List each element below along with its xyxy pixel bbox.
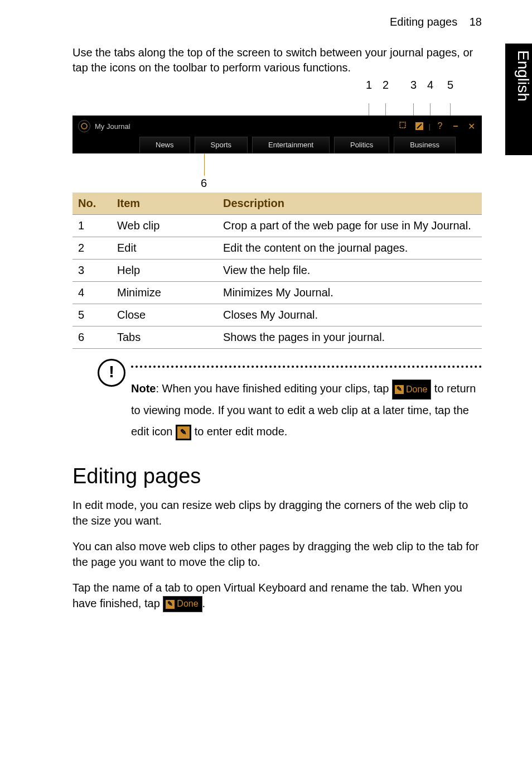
paragraph-2: You can also move web clips to other pag…: [72, 539, 482, 570]
cell-desc: Minimizes My Journal.: [217, 282, 482, 304]
paragraph-3: Tap the name of a tab to open Virtual Ke…: [72, 580, 482, 612]
page-header: Editing pages 18: [72, 16, 482, 28]
svg-rect-1: [400, 122, 405, 128]
callout-bottom-group: 6: [72, 153, 482, 187]
callout-4: 4: [427, 79, 433, 92]
note-block: ! Note: When you have finished editing y…: [100, 366, 482, 442]
tab-business[interactable]: Business: [394, 137, 456, 153]
cell-item: Edit: [112, 237, 217, 260]
cell-item: Help: [112, 260, 217, 282]
callout-ticks: [72, 103, 482, 116]
tab-sports[interactable]: Sports: [195, 137, 248, 153]
edit-icon[interactable]: [413, 120, 425, 132]
webclip-icon[interactable]: [398, 120, 410, 132]
callout-3: 3: [410, 79, 417, 92]
cell-item: Tabs: [112, 326, 217, 349]
cell-desc: Crop a part of the web page for use in M…: [217, 215, 482, 237]
callout-6: 6: [201, 177, 207, 190]
table-row: 5 Close Closes My Journal.: [72, 304, 482, 326]
page-number: 18: [470, 16, 482, 28]
note-part1: : When you have finished editing your cl…: [156, 382, 392, 395]
tab-politics[interactable]: Politics: [334, 137, 389, 153]
th-item: Item: [112, 193, 217, 215]
cell-no: 4: [72, 282, 112, 304]
header-title: Editing pages: [390, 16, 457, 28]
th-desc: Description: [217, 193, 482, 215]
table-row: 4 Minimize Minimizes My Journal.: [72, 282, 482, 304]
cell-desc: Shows the pages in your journal.: [217, 326, 482, 349]
minimize-icon[interactable]: –: [449, 120, 462, 132]
svg-point-0: [81, 123, 87, 129]
pencil-icon: ✎: [166, 600, 175, 609]
cell-item: Close: [112, 304, 217, 326]
cell-desc: Edit the content on the journal pages.: [217, 237, 482, 260]
callouts-top: 1 2 3 4 5: [72, 79, 482, 103]
close-icon[interactable]: ✕: [465, 120, 477, 132]
page-content: Editing pages 18 Use the tabs along the …: [0, 0, 532, 612]
table-row: 6 Tabs Shows the pages in your journal.: [72, 326, 482, 349]
tab-news[interactable]: News: [139, 137, 190, 153]
callout-5: 5: [447, 79, 453, 92]
cell-no: 3: [72, 260, 112, 282]
section-heading: Editing pages: [72, 464, 482, 488]
pencil-icon: ✎: [395, 385, 404, 394]
done-badge[interactable]: ✎Done: [392, 379, 431, 400]
cell-item: Web clip: [112, 215, 217, 237]
note-text: Note: When you have finished editing you…: [131, 378, 482, 442]
done-label: Done: [406, 381, 427, 398]
cell-no: 1: [72, 215, 112, 237]
intro-paragraph: Use the tabs along the top of the screen…: [72, 45, 482, 75]
app-title: My Journal: [95, 122, 130, 131]
done-label: Done: [177, 598, 198, 610]
cell-no: 6: [72, 326, 112, 349]
language-tab: English: [505, 44, 532, 155]
app-logo-icon: [78, 120, 90, 132]
paragraph-1: In edit mode, you can resize web clips b…: [72, 497, 482, 528]
note-part3: to enter edit mode.: [195, 425, 288, 438]
p3-part-a: Tap the name of a tab to open Virtual Ke…: [72, 582, 462, 609]
tab-entertainment[interactable]: Entertainment: [252, 137, 330, 153]
note-icon: !: [98, 359, 125, 387]
help-icon[interactable]: ?: [434, 120, 446, 132]
tab-strip: News Sports Entertainment Politics Busin…: [72, 137, 482, 153]
cell-no: 2: [72, 237, 112, 260]
app-toolbar: My Journal | ? – ✕: [72, 116, 482, 137]
done-badge[interactable]: ✎Done: [163, 596, 202, 612]
description-table: No. Item Description 1 Web clip Crop a p…: [72, 193, 482, 349]
p3-part-b: .: [202, 597, 206, 609]
cell-item: Minimize: [112, 282, 217, 304]
cell-desc: Closes My Journal.: [217, 304, 482, 326]
table-row: 2 Edit Edit the content on the journal p…: [72, 237, 482, 260]
cell-no: 5: [72, 304, 112, 326]
table-row: 3 Help View the help file.: [72, 260, 482, 282]
callout-1: 1: [366, 79, 372, 92]
note-bold: Note: [131, 382, 156, 395]
cell-desc: View the help file.: [217, 260, 482, 282]
th-no: No.: [72, 193, 112, 215]
edit-badge-icon[interactable]: ✎: [176, 425, 191, 440]
callout-2: 2: [383, 79, 389, 92]
table-row: 1 Web clip Crop a part of the web page f…: [72, 215, 482, 237]
